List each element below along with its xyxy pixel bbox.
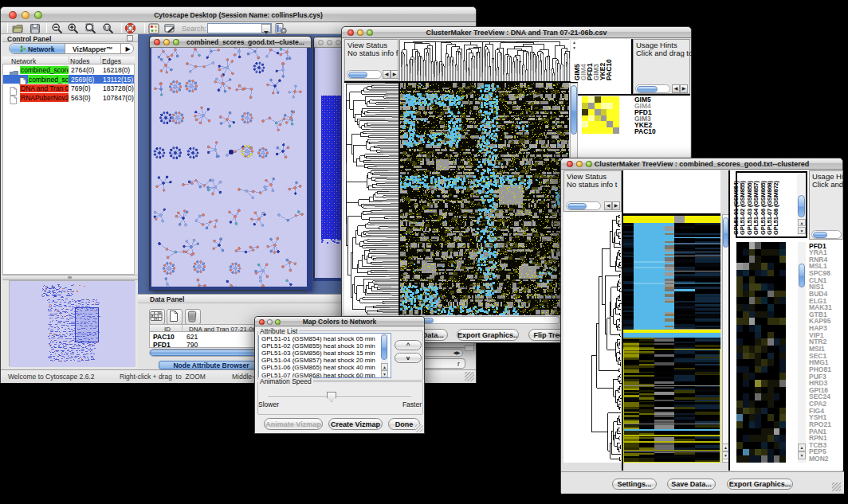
svg-text:1:1: 1:1 [104,25,110,29]
